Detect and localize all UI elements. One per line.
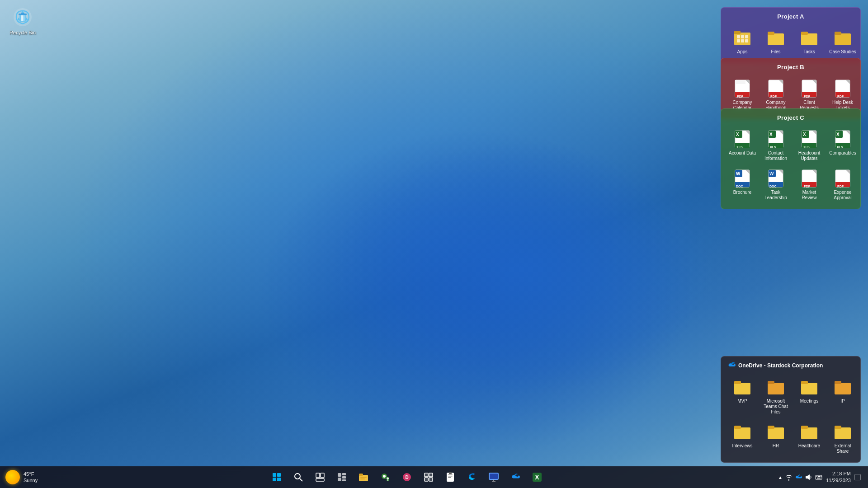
svg-rect-131	[449, 472, 452, 474]
notification-button[interactable]	[854, 474, 861, 480]
onedrive-item-meetings[interactable]: Meetings	[793, 375, 825, 418]
fence-item-tasks-label: Tasks	[803, 49, 815, 55]
fence-item-files[interactable]: Files	[760, 25, 792, 57]
files-folder-icon	[767, 28, 785, 48]
start-button[interactable]	[267, 467, 287, 487]
search-button[interactable]	[288, 467, 308, 487]
svg-rect-94	[801, 427, 817, 439]
svg-rect-84	[768, 383, 784, 394]
speaker-icon[interactable]	[805, 474, 812, 481]
svg-rect-128	[448, 474, 453, 475]
svg-text:X: X	[803, 132, 806, 137]
svg-rect-88	[835, 383, 851, 394]
fence-item-company-handbook[interactable]: PDF Company Handbook	[760, 76, 792, 113]
weather-widget[interactable]: 45°F Sunny	[0, 468, 43, 486]
recycle-bin-icon[interactable]: Recycle Bin	[5, 5, 41, 37]
widgets-button[interactable]	[332, 467, 352, 487]
system-clock[interactable]: 2:18 PM 11/29/2023	[826, 470, 851, 484]
network-icon[interactable]	[785, 474, 793, 481]
notepad-button[interactable]	[440, 467, 460, 487]
fence-c-grid: X XLS Account Data X XLS Cont	[725, 125, 857, 205]
svg-rect-140	[818, 476, 819, 477]
svg-rect-106	[316, 479, 324, 481]
svg-rect-101	[277, 478, 281, 481]
svg-rect-89	[835, 381, 841, 384]
hr-folder-icon	[767, 422, 785, 442]
svg-rect-95	[801, 426, 808, 429]
onedrive-item-mvp[interactable]: MVP	[726, 375, 758, 418]
svg-rect-115	[360, 479, 365, 479]
svg-rect-19	[835, 33, 851, 45]
edge-button[interactable]	[462, 467, 482, 487]
app-button-7[interactable]: D	[397, 467, 417, 487]
svg-rect-129	[448, 476, 453, 477]
file-explorer-button[interactable]	[354, 467, 373, 487]
svg-rect-113	[359, 474, 363, 476]
company-handbook-icon: PDF	[767, 79, 785, 99]
keyboard-icon[interactable]	[815, 474, 822, 481]
svg-text:X: X	[535, 474, 539, 481]
svg-rect-143	[817, 478, 821, 479]
fence-item-company-calendar[interactable]: PDF Company Calendar	[726, 76, 758, 113]
fence-item-case-studies[interactable]: Case Studies	[827, 25, 859, 57]
svg-text:W: W	[769, 171, 774, 176]
remote-desktop-button[interactable]	[484, 467, 504, 487]
onedrive-taskbar-button[interactable]	[505, 467, 525, 487]
svg-rect-110	[338, 478, 341, 481]
recycle-bin-label: Recycle Bin	[9, 30, 36, 35]
svg-rect-92	[768, 427, 784, 439]
svg-text:XLS: XLS	[803, 145, 810, 148]
fence-item-task-leadership[interactable]: W DOC Task Leadership	[760, 166, 792, 203]
fence-item-comparables[interactable]: X XLS Comparables	[827, 127, 859, 164]
fence-item-apps[interactable]: Apps	[726, 25, 758, 57]
onedrive-item-meetings-label: Meetings	[800, 399, 819, 404]
fences-button[interactable]	[419, 467, 439, 487]
fence-item-market-review[interactable]: PDF Market Review	[793, 166, 825, 203]
brochure-icon: W DOC	[733, 169, 751, 188]
weather-condition: Sunny	[24, 477, 38, 483]
svg-text:DOC: DOC	[769, 185, 777, 188]
onedrive-item-hr[interactable]: HR	[760, 419, 792, 457]
svg-rect-86	[801, 383, 817, 394]
onedrive-item-healthcare-label: Healthcare	[798, 443, 820, 449]
svg-rect-14	[745, 39, 748, 42]
company-calendar-icon: PDF	[733, 79, 751, 99]
headcount-updates-icon: X XLS	[800, 129, 818, 149]
fence-item-help-desk-tickets[interactable]: PDF Help Desk Tickets	[827, 76, 859, 113]
svg-rect-85	[768, 381, 774, 384]
svg-rect-98	[273, 473, 276, 477]
task-view-button[interactable]	[310, 467, 330, 487]
onedrive-tray-icon[interactable]	[795, 474, 802, 481]
svg-rect-99	[277, 473, 281, 477]
svg-rect-82	[734, 383, 750, 394]
excel-taskbar-button[interactable]: X	[527, 467, 547, 487]
client-requests-icon: PDF	[800, 79, 818, 99]
tasks-folder-icon	[800, 28, 818, 48]
onedrive-item-teams-chat-label: Microsoft Teams Chat Files	[762, 399, 790, 415]
fence-item-contact-information[interactable]: X XLS Contact Information	[760, 127, 792, 164]
fence-item-headcount-updates[interactable]: X XLS Headcount Updates	[793, 127, 825, 164]
onedrive-item-ip-label: IP	[840, 399, 844, 404]
comparables-icon: X XLS	[834, 129, 852, 149]
clock-time: 2:18 PM	[826, 470, 851, 477]
taskbar-right: ▲	[771, 470, 868, 484]
fence-item-expense-approval[interactable]: PDF Expense Approval	[827, 166, 859, 203]
svg-rect-97	[835, 426, 841, 429]
svg-rect-126	[429, 478, 433, 481]
onedrive-item-ip[interactable]: IP	[827, 375, 859, 418]
keepass-button[interactable]	[375, 467, 395, 487]
onedrive-item-interviews[interactable]: Interviews	[726, 419, 758, 457]
fence-item-account-data[interactable]: X XLS Account Data	[726, 127, 758, 164]
onedrive-item-external-share[interactable]: External Share	[827, 419, 859, 457]
svg-rect-15	[768, 33, 784, 45]
onedrive-title: OneDrive - Stardock Corporation	[725, 360, 857, 373]
fence-item-tasks[interactable]: Tasks	[793, 25, 825, 57]
svg-rect-137	[806, 476, 807, 479]
onedrive-item-healthcare[interactable]: Healthcare	[793, 419, 825, 457]
svg-rect-9	[737, 35, 740, 38]
onedrive-item-teams-chat[interactable]: Microsoft Teams Chat Files	[760, 375, 792, 418]
svg-text:X: X	[736, 132, 739, 137]
expand-tray-icon[interactable]: ▲	[778, 475, 783, 480]
fence-item-brochure[interactable]: W DOC Brochure	[726, 166, 758, 203]
fence-item-client-requests[interactable]: PDF Client Requests	[793, 76, 825, 113]
